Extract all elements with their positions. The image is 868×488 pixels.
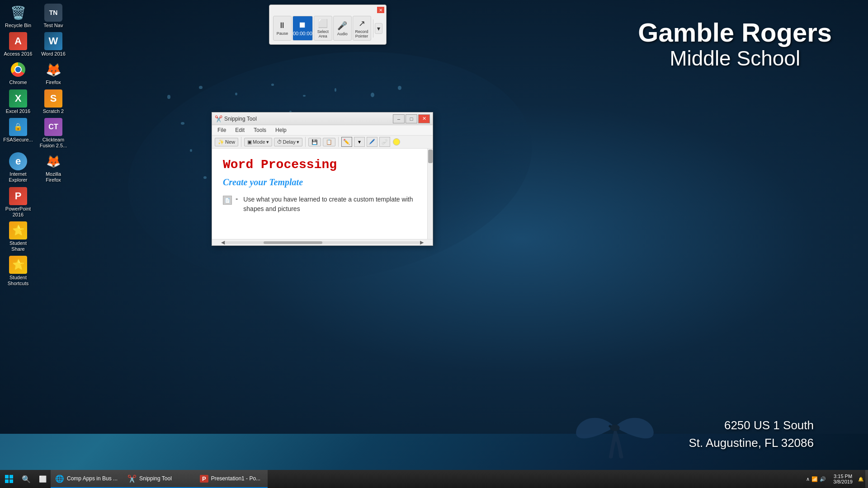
- pen-dropdown-button[interactable]: ▾: [354, 137, 365, 147]
- student-share-icon: ⭐: [9, 221, 27, 239]
- recycle-bin-label: Recycle Bin: [5, 23, 31, 28]
- copy-snip-button[interactable]: 📋: [323, 138, 335, 146]
- snipping-tool-title: Snipping Tool: [224, 116, 257, 122]
- presentation-taskbar-label: Presentation1 - Po...: [211, 475, 260, 482]
- save-snip-button[interactable]: 💾: [308, 138, 321, 146]
- icon-test-nav[interactable]: TN Test Nav: [36, 2, 71, 30]
- snipping-tool-window-icon: ✂️: [215, 115, 222, 122]
- mozilla-firefox-icon: 🦊: [44, 152, 62, 170]
- fsa-secure-label: FSASecure...: [3, 137, 33, 143]
- snipping-tool-taskbar-icon: ✂️: [127, 474, 137, 483]
- pause-label: Pause: [277, 31, 288, 36]
- notification-icon: 🔔: [858, 477, 863, 482]
- firefox-icon: 🦊: [44, 61, 62, 79]
- recycle-bin-icon: 🗑️: [9, 4, 27, 22]
- icon-internet-explorer[interactable]: e Internet Explorer: [1, 150, 35, 185]
- pen-button[interactable]: ✏️: [341, 137, 352, 147]
- snipping-tool-window: ✂️ Snipping Tool – □ ✕ File Edit Tools H…: [212, 112, 433, 246]
- icon-scratch-2[interactable]: S Scratch 2: [36, 88, 71, 116]
- minimize-button[interactable]: –: [393, 114, 405, 123]
- start-button[interactable]: [0, 470, 18, 488]
- test-nav-icon: TN: [44, 4, 62, 22]
- icon-student-shortcuts[interactable]: ⭐ Student Shortcuts: [1, 254, 35, 288]
- scroll-left-button[interactable]: ◀: [221, 239, 225, 245]
- scroll-right-button[interactable]: ▶: [420, 239, 424, 245]
- audio-button[interactable]: 🎤 Audio: [333, 16, 352, 41]
- task-view-button[interactable]: ⬜: [34, 471, 51, 487]
- internet-explorer-icon: e: [9, 152, 27, 170]
- snip-bullet-dash: -: [236, 195, 238, 203]
- student-share-label: Student Share: [3, 240, 33, 252]
- fsa-secure-icon: 🔒: [9, 118, 27, 136]
- icon-clickteam[interactable]: CT Clickteam Fusion 2.5...: [36, 116, 71, 150]
- taskbar-app-presentation[interactable]: P Presentation1 - Po...: [195, 470, 268, 488]
- notification-button[interactable]: 🔔: [856, 470, 865, 488]
- taskbar-app-comp-apps[interactable]: 🌐 Comp Apps in Bus ...: [51, 470, 123, 488]
- icon-word-2016[interactable]: W Word 2016: [36, 30, 71, 59]
- mode-button[interactable]: ▣ Mode ▾: [244, 138, 272, 146]
- desktop-icons-area: 🗑️ Recycle Bin TN Test Nav A Access 2016…: [1, 2, 71, 289]
- icon-firefox[interactable]: 🦊 Firefox: [36, 59, 71, 87]
- mode-icon: ▣: [247, 139, 252, 145]
- icon-excel-2016[interactable]: X Excel 2016: [1, 88, 35, 116]
- color-button[interactable]: [393, 138, 400, 145]
- recording-toolbar-titlebar: ✕: [271, 7, 384, 13]
- delay-dropdown-icon: ▾: [297, 139, 299, 145]
- school-name-main: Gamble Rogers: [638, 18, 832, 47]
- access-2016-icon: A: [9, 32, 27, 50]
- svg-rect-5: [9, 479, 13, 483]
- select-area-button[interactable]: ⬜ Select Area: [314, 16, 332, 41]
- taskbar-app-snipping-tool[interactable]: ✂️ Snipping Tool: [123, 470, 195, 488]
- icon-powerpoint-2016[interactable]: P PowerPoint 2016: [1, 185, 35, 220]
- close-button[interactable]: ✕: [418, 114, 430, 123]
- scrollbar-horizontal-thumb[interactable]: [264, 241, 322, 244]
- pause-icon: ⏸: [278, 21, 286, 30]
- new-snip-button[interactable]: ✨ New: [215, 138, 238, 146]
- show-desktop-button[interactable]: [865, 470, 868, 488]
- mode-dropdown-icon: ▾: [266, 139, 269, 145]
- minimize-recording-button[interactable]: ▾: [375, 23, 382, 34]
- delay-button[interactable]: ⏱ Delay ▾: [274, 138, 302, 146]
- window-controls: – □ ✕: [393, 114, 430, 123]
- menu-help[interactable]: Help: [274, 126, 288, 134]
- record-pointer-label: Record Pointer: [353, 29, 371, 38]
- record-pointer-button[interactable]: ↗ Record Pointer: [353, 16, 371, 41]
- pause-button[interactable]: ⏸ Pause: [273, 16, 292, 41]
- menu-file[interactable]: File: [216, 126, 228, 134]
- system-tray: ∧ 📶 🔊: [802, 476, 830, 482]
- taskbar-search-button[interactable]: 🔍: [18, 471, 34, 487]
- recording-toolbar-close-button[interactable]: ✕: [377, 7, 384, 13]
- icon-chrome[interactable]: Chrome: [1, 59, 35, 87]
- icon-recycle-bin[interactable]: 🗑️ Recycle Bin: [1, 2, 35, 30]
- scrollbar-thumb[interactable]: [428, 150, 433, 163]
- maximize-button[interactable]: □: [406, 114, 417, 123]
- task-view-icon: ⬜: [39, 475, 47, 483]
- tray-up-arrow[interactable]: ∧: [806, 476, 810, 482]
- comp-apps-taskbar-label: Comp Apps in Bus ...: [67, 475, 118, 482]
- snip-content-subtitle: Create your Template: [223, 177, 422, 188]
- horizontal-scrollbar[interactable]: ◀ ▶: [212, 239, 433, 245]
- clickteam-label: Clickteam Fusion 2.5...: [38, 137, 69, 149]
- manta-ray-icon: [574, 393, 656, 461]
- snipping-content-area: Word Processing Create your Template 📄 -…: [212, 149, 433, 239]
- icon-access-2016[interactable]: A Access 2016: [1, 30, 35, 59]
- eraser-button[interactable]: 🩹: [379, 137, 390, 147]
- icon-mozilla-firefox[interactable]: 🦊 Mozilla Firefox: [36, 150, 71, 185]
- vertical-scrollbar[interactable]: [427, 149, 433, 239]
- icon-student-share[interactable]: ⭐ Student Share: [1, 220, 35, 254]
- toolbar-separator-2: [305, 137, 306, 147]
- powerpoint-2016-icon: P: [9, 187, 27, 205]
- menu-edit[interactable]: Edit: [233, 126, 246, 134]
- internet-explorer-label: Internet Explorer: [3, 171, 33, 183]
- icon-fsa-secure[interactable]: 🔒 FSASecure...: [1, 116, 35, 145]
- audio-icon: 🎤: [337, 21, 347, 31]
- svg-rect-3: [9, 475, 13, 479]
- school-address: 6250 US 1 South St. Augustine, FL 32086: [689, 417, 814, 452]
- highlighter-button[interactable]: 🖊️: [367, 137, 377, 147]
- clock-time: 3:15 PM: [834, 474, 852, 479]
- stop-icon: ⏹: [298, 20, 307, 30]
- chrome-label: Chrome: [9, 80, 27, 85]
- stop-button[interactable]: ⏹ 00:00:00: [292, 16, 313, 41]
- taskbar-clock[interactable]: 3:15 PM 3/8/2019: [830, 474, 856, 484]
- menu-tools[interactable]: Tools: [252, 126, 268, 134]
